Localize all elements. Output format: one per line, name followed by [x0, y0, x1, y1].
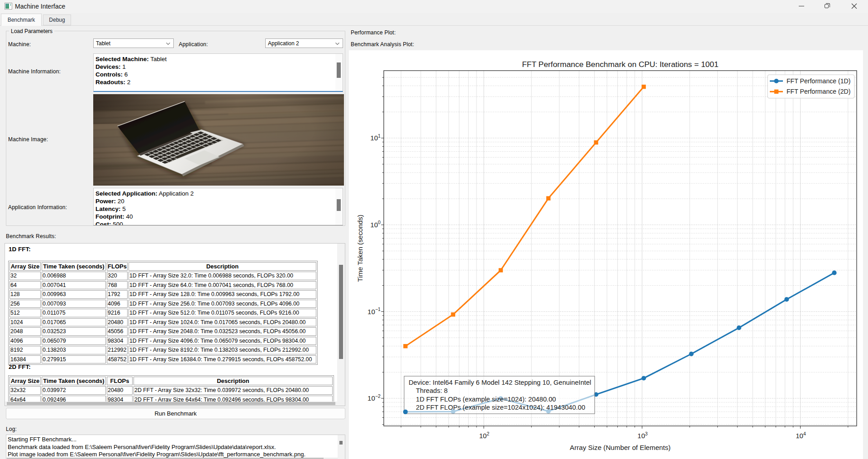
- svg-text:Threads: 8: Threads: 8: [416, 387, 448, 394]
- svg-text:FFT Performance (2D): FFT Performance (2D): [787, 88, 851, 95]
- svg-text:1D FFT FLOPs (example size=102: 1D FFT FLOPs (example size=1024): 20480.…: [416, 396, 556, 403]
- svg-text:Array Size (Number of Elements: Array Size (Number of Elements): [570, 444, 671, 451]
- svg-text:Device: Intel64 Family 6 Model: Device: Intel64 Family 6 Model 142 Stepp…: [409, 379, 591, 386]
- svg-text:Time Taken (seconds): Time Taken (seconds): [356, 215, 364, 282]
- svg-text:FFT Performance (1D): FFT Performance (1D): [787, 77, 851, 85]
- svg-text:FFT Performance Benchmark on C: FFT Performance Benchmark on CPU: Iterat…: [522, 60, 718, 69]
- svg-text:2D FFT FLOPs (example size=102: 2D FFT FLOPs (example size=1024x1024): 4…: [416, 404, 585, 411]
